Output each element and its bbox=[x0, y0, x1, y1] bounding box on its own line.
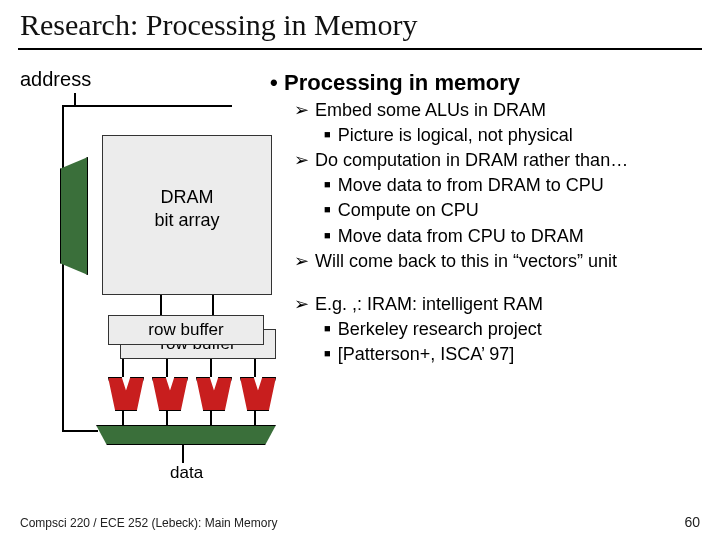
bullet-content: •Processing in memory ➢Embed some ALUs i… bbox=[270, 68, 700, 368]
bullet-l2: ➢E.g. ,: IRAM: intelligent RAM bbox=[294, 292, 700, 317]
embedded-alus bbox=[108, 377, 278, 413]
bullet-l2: ➢Embed some ALUs in DRAM bbox=[294, 98, 700, 123]
wire bbox=[160, 295, 162, 315]
bullet-l3: ■Picture is logical, not physical bbox=[324, 123, 700, 148]
footer-course: Compsci 220 / ECE 252 (Lebeck): Main Mem… bbox=[20, 516, 277, 530]
wire bbox=[122, 411, 124, 425]
bullet-l3: ■Move data from CPU to DRAM bbox=[324, 224, 700, 249]
dram-bit-array: DRAM bit array bbox=[102, 135, 272, 295]
wire bbox=[212, 295, 214, 315]
wire bbox=[62, 105, 232, 107]
wire bbox=[210, 411, 212, 425]
bullet-l3: ■Berkeley research project bbox=[324, 317, 700, 342]
bullet-heading: •Processing in memory bbox=[270, 68, 700, 98]
alu-icon bbox=[196, 377, 232, 411]
wire bbox=[166, 411, 168, 425]
bullet-l3: ■Move data to from DRAM to CPU bbox=[324, 173, 700, 198]
wire bbox=[254, 359, 256, 377]
alu-icon bbox=[240, 377, 276, 411]
column-mux bbox=[96, 425, 276, 445]
wire bbox=[122, 359, 124, 377]
title-rule bbox=[18, 48, 702, 50]
bullet-text: Will come back to this in “vectors” unit bbox=[315, 251, 617, 271]
slide-footer: Compsci 220 / ECE 252 (Lebeck): Main Mem… bbox=[20, 516, 700, 530]
wire bbox=[62, 105, 64, 430]
dram-label-2: bit array bbox=[154, 210, 219, 230]
bullet-text: Compute on CPU bbox=[338, 200, 479, 220]
row-decoder bbox=[60, 157, 88, 275]
wire bbox=[166, 359, 168, 377]
alu-icon bbox=[108, 377, 144, 411]
bullet-text: Move data from CPU to DRAM bbox=[338, 226, 584, 246]
bullet-text: Picture is logical, not physical bbox=[338, 125, 573, 145]
wire bbox=[182, 445, 184, 463]
bullet-l2: ➢Will come back to this in “vectors” uni… bbox=[294, 249, 700, 274]
bullet-l3: ■[Patterson+, ISCA’ 97] bbox=[324, 342, 700, 367]
wire bbox=[254, 411, 256, 425]
row-buffer-front: row buffer bbox=[108, 315, 264, 345]
bullet-text: Embed some ALUs in DRAM bbox=[315, 100, 546, 120]
row-buffer-label: row buffer bbox=[148, 320, 223, 339]
bullet-l2: ➢Do computation in DRAM rather than… bbox=[294, 148, 700, 173]
bullet-l3: ■Compute on CPU bbox=[324, 198, 700, 223]
wire bbox=[210, 359, 212, 377]
title-wrap: Research: Processing in Memory bbox=[0, 0, 720, 46]
pim-diagram: DRAM bit array row buffer row buffer dat… bbox=[22, 95, 272, 455]
slide-title: Research: Processing in Memory bbox=[20, 8, 700, 42]
address-label: address bbox=[20, 68, 91, 91]
dram-label-1: DRAM bbox=[161, 187, 214, 207]
slide: Research: Processing in Memory address •… bbox=[0, 0, 720, 540]
bullet-text: Berkeley research project bbox=[338, 319, 542, 339]
bullet-heading-text: Processing in memory bbox=[284, 70, 520, 95]
page-number: 60 bbox=[684, 514, 700, 530]
bullet-text: [Patterson+, ISCA’ 97] bbox=[338, 344, 515, 364]
alu-icon bbox=[152, 377, 188, 411]
bullet-text: Move data to from DRAM to CPU bbox=[338, 175, 604, 195]
bullet-text: Do computation in DRAM rather than… bbox=[315, 150, 628, 170]
bullet-text: E.g. ,: IRAM: intelligent RAM bbox=[315, 294, 543, 314]
wire bbox=[62, 430, 98, 432]
data-label: data bbox=[170, 463, 203, 483]
